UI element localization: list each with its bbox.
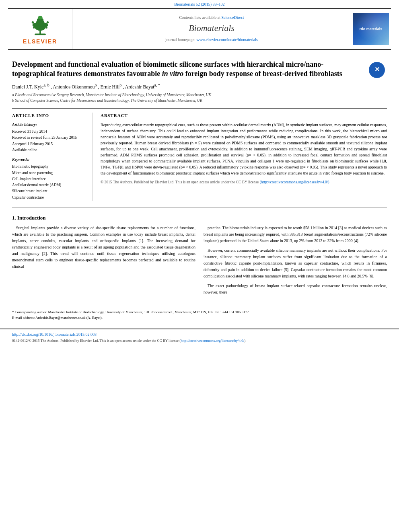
keyword-1: Biomimetic topography — [12, 164, 86, 169]
title-italic: in vitro — [162, 70, 184, 78]
affiliations: a Plastic and Reconstructive Surgery Res… — [12, 92, 387, 104]
sciencedirect-link[interactable]: ScienceDirect — [221, 15, 244, 20]
email-line: E-mail address: Ardeshir.Bayat@mancheste… — [12, 315, 387, 321]
svg-point-8 — [46, 21, 49, 24]
title-text-part2: foreign body response of breast-derived … — [183, 70, 342, 78]
intro-para-1: Surgical implants provide a diverse vari… — [12, 225, 195, 270]
article-info-heading: Article Info — [12, 113, 86, 119]
keyword-4: Acellular dermal matrix (ADM) — [12, 183, 86, 188]
copyright-line: 0142-9612/© 2015 The Authors. Published … — [12, 338, 387, 343]
intro-para-4: The exact pathoetiology of breast implan… — [204, 283, 387, 296]
author2-sup: b — [95, 83, 97, 87]
footnotes-section: * Corresponding author. Manchester Insti… — [12, 307, 387, 320]
publisher-logo-area: ELSEVIER — [8, 9, 72, 49]
authors-line: Daniel J.T. Kylea, b , Antonios Oikonomo… — [12, 82, 387, 90]
article-body: Development and functional evaluation of… — [0, 50, 399, 325]
bottom-bar: http://dx.doi.org/10.1016/j.biomaterials… — [0, 329, 399, 346]
journal-title-display: Biomaterials — [189, 22, 234, 35]
intro-para-3: However, current commercially available … — [204, 247, 387, 279]
journal-cover-image: Bio materials — [353, 13, 389, 45]
abstract-text: Reproducing extracellular matrix topogra… — [101, 122, 387, 176]
accepted-date: Accepted 1 February 2015 — [12, 142, 86, 147]
author3-sup: b — [119, 83, 121, 87]
info-abstract-section: Article Info Article history: Received 3… — [12, 108, 387, 201]
email-who: (A. Bayat). — [86, 316, 103, 320]
svg-rect-11 — [35, 34, 46, 35]
citation-text: Biomaterials 52 (2015) 88–102 — [174, 2, 224, 6]
corresponding-author: * Corresponding author. Manchester Insti… — [12, 310, 387, 315]
elsevier-brand-text: ELSEVIER — [23, 38, 57, 46]
history-label: Article history: — [12, 122, 86, 127]
svg-point-4 — [38, 16, 42, 19]
doi-line: http://dx.doi.org/10.1016/j.biomaterials… — [12, 332, 387, 337]
homepage-label: journal homepage: — [165, 37, 195, 42]
svg-point-10 — [45, 27, 47, 29]
journal-citation: Biomaterials 52 (2015) 88–102 — [0, 0, 399, 8]
contents-label: Contents lists available at — [179, 15, 220, 20]
open-access-text: © 2015 The Authors. Published by Elsevie… — [101, 180, 259, 184]
author1-sup: a, b — [43, 83, 49, 87]
email-link[interactable]: Ardeshir.Bayat@manchester.ac.uk — [35, 316, 86, 320]
intro-para-2: practice. The biomaterials industry is e… — [204, 225, 387, 244]
intro-heading: 1. Introduction — [12, 214, 387, 222]
elsevier-tree-icon — [26, 12, 54, 36]
cc-license-link[interactable]: (http://creativecommons.org/licenses/by/… — [260, 180, 329, 184]
author4-sup: a, * — [154, 83, 160, 87]
copyright-text: 0142-9612/© 2015 The Authors. Published … — [12, 339, 181, 343]
open-access-notice: © 2015 The Authors. Published by Elsevie… — [101, 179, 387, 185]
journal-homepage-line: journal homepage: www.elsevier.com/locat… — [165, 37, 258, 43]
keyword-3: Cell-implant interface — [12, 177, 86, 182]
crossmark-icon — [369, 62, 385, 78]
section-title: Introduction — [17, 215, 46, 221]
author3-name: , Ernie Hill — [98, 84, 120, 90]
copyright-end: ). — [244, 339, 246, 343]
intro-two-col: Surgical implants provide a diverse vari… — [12, 225, 387, 299]
svg-point-7 — [31, 21, 34, 24]
affiliation-b: b School of Computer Science, Centre for… — [12, 98, 387, 103]
article-info-column: Article Info Article history: Received 3… — [12, 113, 93, 201]
received-date: Received 31 July 2014 — [12, 129, 86, 134]
revised-date: Received in revised form 25 January 2015 — [12, 135, 86, 140]
svg-point-9 — [33, 27, 35, 29]
cc-bottom-link[interactable]: http://creativecommons.org/licenses/by/4… — [181, 339, 244, 343]
author4-name: , Ardeshir Bayat — [123, 84, 154, 90]
doi-link[interactable]: http://dx.doi.org/10.1016/j.biomaterials… — [12, 332, 97, 337]
introduction-section: 1. Introduction Surgical implants provid… — [12, 214, 387, 299]
abstract-column: Abstract Reproducing extracellular matri… — [101, 113, 387, 201]
crossmark-badge[interactable] — [367, 60, 387, 80]
intro-col-right: practice. The biomaterials industry is e… — [204, 225, 387, 299]
journal-info-center: Contents lists available at ScienceDirec… — [72, 9, 351, 49]
svg-point-6 — [42, 23, 48, 27]
cover-text: Bio materials — [360, 27, 383, 32]
email-label: E-mail address: — [12, 316, 35, 320]
keywords-heading: Keywords: — [12, 157, 86, 162]
homepage-url[interactable]: www.elsevier.com/locate/biomaterials — [196, 37, 258, 42]
keyword-2: Micro and nano patterning — [12, 170, 86, 176]
article-title: Development and functional evaluation of… — [12, 60, 387, 79]
elsevier-logo: ELSEVIER — [23, 12, 57, 46]
section-number: 1. — [12, 215, 16, 221]
journal-cover-area: Bio materials — [351, 9, 391, 49]
svg-point-5 — [32, 23, 38, 27]
available-online: Available online — [12, 148, 86, 153]
author1-name: Daniel J.T. Kyle — [12, 84, 43, 90]
keyword-6: Capsular contracture — [12, 195, 86, 200]
keyword-5: Silicone breast implant — [12, 189, 86, 194]
author2-name: , Antonios Oikonomou — [51, 84, 95, 90]
journal-header: ELSEVIER Contents lists available at Sci… — [8, 8, 391, 50]
abstract-heading: Abstract — [101, 113, 387, 119]
affiliation-a: a Plastic and Reconstructive Surgery Res… — [12, 92, 387, 98]
sciencedirect-line: Contents lists available at ScienceDirec… — [179, 15, 244, 21]
intro-col-left: Surgical implants provide a diverse vari… — [12, 225, 195, 299]
section-divider — [12, 207, 387, 208]
